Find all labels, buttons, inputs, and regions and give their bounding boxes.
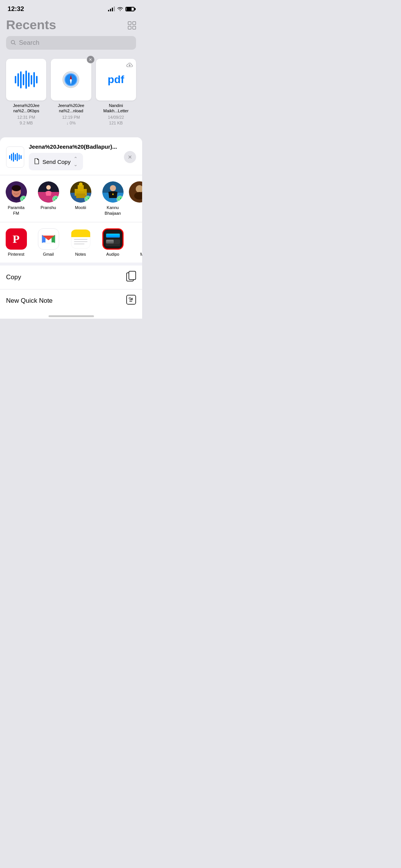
notes-app-icon	[70, 228, 91, 250]
whatsapp-badge	[52, 196, 59, 203]
pdf-label: pdf	[108, 74, 124, 86]
share-close-button[interactable]: ✕	[124, 151, 136, 163]
avatar-pranshu	[38, 181, 59, 203]
file-name-safari: Jeena%20Jeena%2...nload	[58, 103, 85, 114]
more-apps-label: More	[140, 252, 142, 256]
gmail-app-label: Gmail	[43, 252, 54, 256]
header: Recents	[0, 16, 142, 36]
contacts-row: ParamitaFM	[0, 175, 142, 222]
contact-name-kannu: KannuBhaijaan	[105, 205, 121, 216]
chevron-up-down-icon: ⌃⌄	[74, 156, 78, 167]
audio-waveform	[15, 70, 38, 89]
svg-rect-3	[133, 26, 136, 29]
svg-point-11	[70, 79, 72, 80]
share-file-icon	[6, 146, 24, 168]
file-name-audio: Jeena%20Jeena%2...0Kbps	[13, 103, 39, 114]
status-icons	[108, 6, 135, 12]
quick-note-icon	[126, 295, 136, 307]
svg-point-16	[12, 185, 21, 191]
actions-section: Copy New Quick Note	[0, 266, 142, 312]
share-header: Jeena%20Jeena%20(Badlapur)... Send Copy …	[0, 137, 142, 175]
svg-rect-50	[106, 240, 114, 244]
avatar-paramita	[6, 181, 27, 203]
svg-rect-2	[128, 26, 131, 29]
svg-rect-25	[76, 193, 85, 198]
grid-view-icon[interactable]	[128, 21, 136, 31]
status-time: 12:32	[8, 5, 24, 13]
search-icon	[11, 40, 16, 46]
file-item-audio[interactable]: Jeena%20Jeena%2...0Kbps 12:31 PM9.2 MB	[6, 59, 46, 126]
whatsapp-badge	[117, 196, 124, 203]
svg-rect-51	[106, 244, 120, 246]
contact-name-mootii: Mootii	[75, 205, 86, 210]
audipo-app-icon	[102, 228, 124, 250]
whatsapp-badge	[20, 196, 27, 203]
gmail-app-icon	[38, 228, 59, 250]
contact-name-pranshu: Pranshu	[41, 205, 56, 210]
search-container: Search	[0, 36, 142, 56]
more-apps-icon	[135, 228, 143, 250]
copy-icon	[126, 271, 136, 284]
signal-icon	[108, 7, 115, 11]
cloud-icon	[126, 62, 133, 68]
audipo-app-label: Audipo	[106, 252, 119, 256]
share-sheet: Jeena%20Jeena%20(Badlapur)... Send Copy …	[0, 137, 142, 319]
file-card-pdf[interactable]: pdf	[96, 59, 136, 101]
file-card-safari[interactable]: ✕	[51, 59, 91, 101]
svg-point-4	[11, 40, 15, 44]
app-item-pinterest[interactable]: P Pinterest	[0, 228, 32, 256]
home-indicator	[0, 312, 142, 319]
files-grid: Jeena%20Jeena%2...0Kbps 12:31 PM9.2 MB ✕…	[0, 56, 142, 134]
battery-icon	[125, 7, 135, 11]
contact-item-kannu[interactable]: KannuBhaijaan	[97, 181, 129, 216]
contact-item-pranshu[interactable]: Pranshu	[32, 181, 64, 216]
search-bar[interactable]: Search	[6, 36, 136, 50]
share-file-info: Jeena%20Jeena%20(Badlapur)... Send Copy …	[29, 143, 119, 170]
svg-rect-53	[129, 271, 136, 280]
close-icon-safari[interactable]: ✕	[87, 56, 94, 63]
file-item-safari[interactable]: ✕ Jeena%20Jeena%2...nload 12:19 PM↓ 0%	[51, 59, 91, 126]
share-file-name: Jeena%20Jeena%20(Badlapur)...	[29, 143, 119, 150]
document-icon	[34, 158, 39, 165]
app-item-more[interactable]: More	[129, 228, 142, 256]
svg-rect-48	[106, 234, 120, 237]
quick-note-action-row[interactable]: New Quick Note	[0, 289, 142, 312]
svg-point-28	[110, 185, 116, 191]
app-item-notes[interactable]: Notes	[64, 228, 97, 256]
svg-point-19	[46, 185, 51, 190]
copy-action-label: Copy	[6, 274, 21, 281]
quick-note-label: New Quick Note	[6, 297, 53, 305]
copy-action-row[interactable]: Copy	[0, 266, 142, 289]
contact-item-paramita[interactable]: ParamitaFM	[0, 181, 32, 216]
apps-row: P Pinterest	[0, 222, 142, 263]
avatar-kannu	[102, 181, 124, 203]
svg-rect-1	[133, 22, 136, 25]
wifi-icon	[117, 6, 123, 12]
contact-name-paramita: ParamitaFM	[8, 205, 24, 216]
app-item-gmail[interactable]: Gmail	[32, 228, 64, 256]
file-card-audio[interactable]	[6, 59, 46, 101]
contact-item-partial[interactable]	[129, 181, 142, 216]
safari-icon	[63, 71, 79, 88]
avatar-partial	[129, 181, 142, 203]
share-file-waveform	[9, 152, 22, 162]
status-bar: 12:32	[0, 0, 142, 16]
svg-rect-42	[71, 234, 90, 237]
search-placeholder: Search	[19, 39, 39, 47]
file-meta-pdf: 14/09/22121 KB	[108, 115, 124, 126]
app-item-audipo[interactable]: Audipo	[97, 228, 129, 256]
file-meta-audio: 12:31 PM9.2 MB	[17, 115, 35, 126]
notes-app-label: Notes	[75, 252, 86, 256]
contact-item-mootii[interactable]: Mootii	[64, 181, 97, 216]
file-item-pdf[interactable]: pdf NandiniMaikh...Letter 14/09/22121 KB	[96, 59, 136, 126]
pinterest-app-icon: P	[6, 228, 27, 250]
send-copy-label: Send Copy	[42, 159, 70, 165]
file-name-pdf: NandiniMaikh...Letter	[103, 103, 129, 114]
whatsapp-badge	[85, 196, 91, 203]
pinterest-app-label: Pinterest	[8, 252, 24, 256]
page-title: Recents	[6, 17, 56, 32]
avatar-mootii	[70, 181, 91, 203]
send-copy-button[interactable]: Send Copy ⌃⌄	[29, 153, 83, 170]
svg-rect-0	[128, 22, 131, 25]
file-meta-safari: 12:19 PM↓ 0%	[62, 115, 80, 126]
